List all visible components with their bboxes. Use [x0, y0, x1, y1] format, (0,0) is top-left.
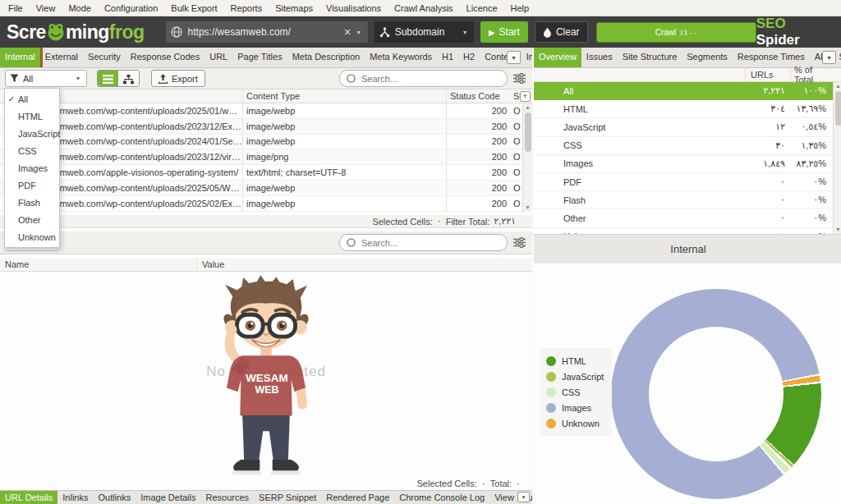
overview-row-unknown[interactable]: Unknown٢٦١,١٧% — [534, 228, 833, 235]
search-field[interactable] — [339, 70, 508, 87]
tab-overview[interactable]: Overview — [534, 48, 581, 67]
dropdown-item-unknown[interactable]: Unknown — [5, 228, 59, 245]
menu-item-configuration[interactable]: Configuration — [98, 3, 164, 13]
menu-item-crawl-analysis[interactable]: Crawl Analysis — [388, 3, 460, 13]
url-table-row[interactable]: https://wesamweb.com/wp-content/uploads/… — [0, 103, 522, 119]
url-table-row[interactable]: https://wesamweb.com/wp-content/uploads/… — [0, 196, 522, 212]
menu-item-licence[interactable]: Licence — [460, 3, 504, 13]
left-tabs-overflow-button[interactable]: ▾ — [507, 51, 521, 64]
column-header-name[interactable]: Name — [0, 258, 197, 271]
dropdown-item-all[interactable]: ✓All — [5, 90, 59, 108]
tab-resources[interactable]: Resources — [200, 491, 254, 504]
clear-button[interactable]: Clear — [535, 21, 588, 43]
tab-outlinks[interactable]: Outlinks — [93, 491, 136, 504]
search-input[interactable] — [361, 74, 493, 84]
url-history-caret-icon[interactable]: ▾ — [355, 29, 363, 36]
dropdown-item-pdf[interactable]: PDF — [5, 176, 59, 194]
tab-meta-description[interactable]: Meta Description — [287, 48, 365, 67]
add-column-button[interactable]: + — [520, 91, 531, 102]
dropdown-item-css[interactable]: CSS — [5, 142, 59, 159]
details-search-input[interactable] — [361, 238, 493, 248]
url-table-row[interactable]: https://wesamweb.com/wp-content/uploads/… — [0, 135, 522, 150]
tab-rendered-page[interactable]: Rendered Page — [321, 491, 394, 504]
tab-response-codes[interactable]: Response Codes — [126, 48, 205, 67]
url-table-row[interactable]: https://wesamweb.com/wp-content/uploads/… — [0, 119, 522, 135]
right-tabs-overflow-button[interactable]: ▾ — [822, 51, 836, 64]
tab-serp-snippet[interactable]: SERP Snippet — [254, 491, 321, 504]
url-table-row[interactable]: https://wesamweb.com/wp-content/uploads/… — [0, 181, 522, 196]
tab-site-structure[interactable]: Site Structure — [618, 48, 682, 67]
start-button[interactable]: ▶ Start — [480, 21, 528, 43]
menu-item-reports[interactable]: Reports — [224, 3, 269, 13]
overview-pct-value: ٠% — [790, 176, 833, 187]
column-header-value[interactable]: Value — [197, 259, 224, 269]
tab-page-titles[interactable]: Page Titles — [232, 48, 287, 67]
dropdown-item-images[interactable]: Images — [5, 159, 59, 176]
list-view-button[interactable] — [98, 71, 118, 87]
status-code-cell: 200 — [446, 103, 512, 118]
export-button[interactable]: Export — [151, 70, 205, 87]
overview-row-javascript[interactable]: JavaScript١٢٠,٥٤% — [534, 118, 833, 136]
content-type-cell: image/webp — [242, 135, 446, 149]
overview-row-css[interactable]: CSS٣٠١,٣٥% — [534, 137, 833, 155]
overview-urls-value: ٠ — [745, 195, 790, 205]
menu-item-sitemaps[interactable]: Sitemaps — [269, 3, 319, 13]
scroll-up-icon[interactable]: ▲ — [523, 103, 532, 112]
dropdown-item-flash[interactable]: Flash — [5, 194, 59, 211]
tab-image-details[interactable]: Image Details — [136, 491, 200, 504]
column-header-status-code[interactable]: Status Code — [446, 89, 512, 103]
search-options-icon[interactable] — [513, 73, 526, 84]
menu-item-help[interactable]: Help — [504, 3, 536, 13]
menu-item-file[interactable]: File — [2, 3, 30, 13]
tab-url[interactable]: URL — [205, 48, 232, 67]
column-header-content-type[interactable]: Content Type — [242, 89, 446, 103]
tab-issues[interactable]: Issues — [581, 48, 618, 67]
details-search-field[interactable] — [339, 234, 508, 251]
scrollbar-thumb[interactable] — [835, 91, 841, 126]
scroll-down-icon[interactable]: ▼ — [523, 204, 532, 212]
tab-h2[interactable]: H2 — [458, 48, 480, 67]
overview-row-other[interactable]: Other٠٠% — [534, 209, 833, 227]
menu-item-visualisations[interactable]: Visualisations — [319, 3, 388, 13]
tab-meta-keywords[interactable]: Meta Keywords — [365, 48, 437, 67]
tab-external[interactable]: External — [40, 48, 83, 67]
dropdown-item-other[interactable]: Other — [5, 211, 59, 228]
overview-row-html[interactable]: HTML٣٠٤١٣,٦٩% — [534, 100, 833, 118]
scrollbar-thumb[interactable] — [525, 112, 531, 152]
bottom-tabs-overflow-button[interactable]: ▾ — [517, 492, 530, 502]
tab-internal[interactable]: Internal — [0, 48, 40, 67]
column-header-urls[interactable]: URLs — [745, 68, 790, 81]
dropdown-item-javascript[interactable]: JavaScript — [5, 125, 59, 142]
dropdown-item-html[interactable]: HTML — [5, 108, 59, 125]
overview-row-images[interactable]: Images١,٨٤٩٨٣,٢٥% — [534, 155, 833, 173]
menu-item-bulk-export[interactable]: Bulk Export — [164, 3, 223, 13]
tab-images[interactable]: Images — [522, 48, 532, 67]
tab-chrome-console-log[interactable]: Chrome Console Log — [394, 491, 489, 504]
legend-item-html: HTML — [546, 353, 604, 369]
url-input[interactable]: https://wesamweb.com/ ✕ ▾ — [166, 21, 368, 43]
url-table-row[interactable]: https://wesamweb.com/wp-content/uploads/… — [0, 149, 522, 165]
status-code-cell: 200 — [446, 119, 512, 134]
filter-select[interactable]: All ▾ — [5, 70, 87, 87]
clear-url-icon[interactable]: ✕ — [340, 27, 354, 38]
tab-h1[interactable]: H1 — [437, 48, 458, 67]
details-search-options-icon[interactable] — [513, 237, 526, 248]
url-table-scrollbar[interactable]: ▲ ▼ — [522, 103, 532, 212]
column-header-pct[interactable]: % of Total — [790, 68, 833, 81]
tab-inlinks[interactable]: Inlinks — [57, 491, 93, 504]
scroll-up-icon[interactable]: ▲ — [834, 82, 841, 90]
tab-security[interactable]: Security — [83, 48, 126, 67]
overview-row-flash[interactable]: Flash٠٠% — [534, 191, 833, 209]
tab-segments[interactable]: Segments — [682, 48, 733, 67]
crawl-scope-select[interactable]: Subdomain ▾ — [375, 21, 474, 43]
tree-view-button[interactable] — [118, 71, 139, 87]
overview-scrollbar[interactable]: ▲ ▼ — [833, 82, 841, 234]
scroll-down-icon[interactable]: ▼ — [834, 226, 841, 234]
menu-item-mode[interactable]: Mode — [62, 3, 98, 13]
menu-item-view[interactable]: View — [30, 3, 62, 13]
tab-url-details[interactable]: URL Details — [0, 491, 57, 504]
url-table-row[interactable]: https://wesamweb.com/apple-visionos-oper… — [0, 165, 522, 181]
start-label: Start — [499, 26, 520, 38]
overview-row-pdf[interactable]: PDF٠٠% — [534, 173, 833, 191]
overview-row-all[interactable]: All٢,٢٢١١٠٠% — [534, 82, 833, 100]
